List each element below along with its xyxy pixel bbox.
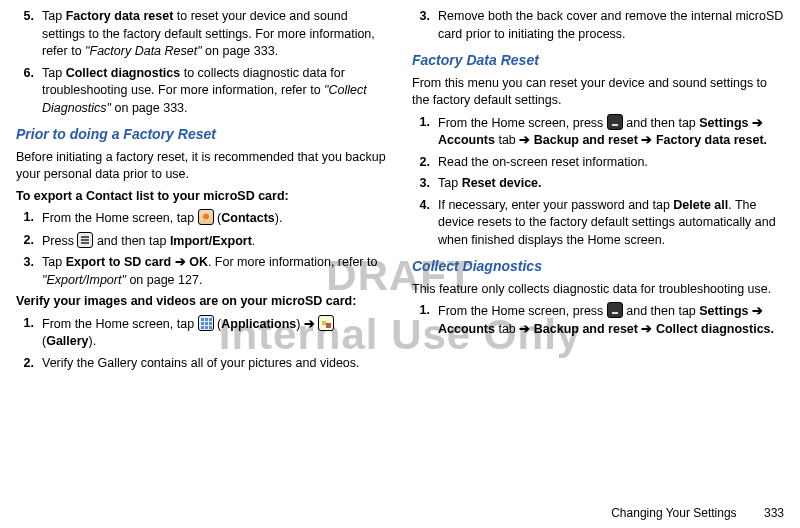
fdr-paragraph: From this menu you can reset your device… <box>412 75 784 110</box>
step-number: 3. <box>412 8 438 43</box>
list-item: 3. Tap Reset device. <box>412 175 784 193</box>
export-steps: 1. From the Home screen, tap (Contacts).… <box>16 209 388 289</box>
page-number: 333 <box>764 506 784 520</box>
step-number: 6. <box>16 65 42 118</box>
footer-section: Changing Your Settings <box>611 506 736 520</box>
step-text: From the Home screen, tap (Contacts). <box>42 209 388 228</box>
prior-paragraph: Before initiating a factory reset, it is… <box>16 149 388 184</box>
heading-prior-factory-reset: Prior to doing a Factory Reset <box>16 125 388 145</box>
left-column: 5. Tap Factory data reset to reset your … <box>16 8 388 376</box>
list-item: 6. Tap Collect diagnostics to collects d… <box>16 65 388 118</box>
list-item: 5. Tap Factory data reset to reset your … <box>16 8 388 61</box>
step-number: 5. <box>16 8 42 61</box>
step-text: From the Home screen, press and then tap… <box>438 302 784 338</box>
list-item: 4. If necessary, enter your password and… <box>412 197 784 250</box>
export-lead: To export a Contact list to your microSD… <box>16 188 388 206</box>
verify-lead: Verify your images and videos are on you… <box>16 293 388 311</box>
step-text: Tap Reset device. <box>438 175 784 193</box>
gallery-icon <box>318 315 334 331</box>
step-number: 1. <box>412 114 438 150</box>
heading-collect-diagnostics: Collect Diagnostics <box>412 257 784 277</box>
step-number: 1. <box>16 209 42 228</box>
step-text: Read the on-screen reset information. <box>438 154 784 172</box>
page-columns: 5. Tap Factory data reset to reset your … <box>16 8 784 376</box>
cd-steps: 1. From the Home screen, press and then … <box>412 302 784 338</box>
list-item: 1. From the Home screen, press and then … <box>412 114 784 150</box>
list-item: 2. Press and then tap Import/Export. <box>16 232 388 251</box>
step-text: Verify the Gallery contains all of your … <box>42 355 388 373</box>
home-icon <box>607 302 623 318</box>
step-text: If necessary, enter your password and ta… <box>438 197 784 250</box>
step-text: From the Home screen, tap (Applications)… <box>42 315 388 351</box>
step-number: 2. <box>412 154 438 172</box>
verify-steps: 1. From the Home screen, tap (Applicatio… <box>16 315 388 373</box>
step-number: 3. <box>412 175 438 193</box>
menu-icon <box>77 232 93 248</box>
fdr-steps: 1. From the Home screen, press and then … <box>412 114 784 250</box>
step-text: Remove both the back cover and remove th… <box>438 8 784 43</box>
continued-steps-right: 3. Remove both the back cover and remove… <box>412 8 784 43</box>
step-text: Tap Collect diagnostics to collects diag… <box>42 65 388 118</box>
step-number: 2. <box>16 232 42 251</box>
list-item: 1. From the Home screen, tap (Applicatio… <box>16 315 388 351</box>
list-item: 3. Remove both the back cover and remove… <box>412 8 784 43</box>
applications-icon <box>198 315 214 331</box>
list-item: 2. Verify the Gallery contains all of yo… <box>16 355 388 373</box>
step-text: From the Home screen, press and then tap… <box>438 114 784 150</box>
step-text: Press and then tap Import/Export. <box>42 232 388 251</box>
list-item: 1. From the Home screen, press and then … <box>412 302 784 338</box>
list-item: 1. From the Home screen, tap (Contacts). <box>16 209 388 228</box>
step-number: 3. <box>16 254 42 289</box>
step-number: 2. <box>16 355 42 373</box>
list-item: 2. Read the on-screen reset information. <box>412 154 784 172</box>
step-number: 4. <box>412 197 438 250</box>
step-number: 1. <box>16 315 42 351</box>
list-item: 3. Tap Export to SD card ➔ OK. For more … <box>16 254 388 289</box>
home-icon <box>607 114 623 130</box>
step-number: 1. <box>412 302 438 338</box>
step-text: Tap Export to SD card ➔ OK. For more inf… <box>42 254 388 289</box>
cd-paragraph: This feature only collects diagnostic da… <box>412 281 784 299</box>
continued-steps-left: 5. Tap Factory data reset to reset your … <box>16 8 388 117</box>
right-column: 3. Remove both the back cover and remove… <box>412 8 784 376</box>
page-footer: Changing Your Settings 333 <box>611 505 784 522</box>
step-text: Tap Factory data reset to reset your dev… <box>42 8 388 61</box>
heading-factory-data-reset: Factory Data Reset <box>412 51 784 71</box>
contacts-icon <box>198 209 214 225</box>
